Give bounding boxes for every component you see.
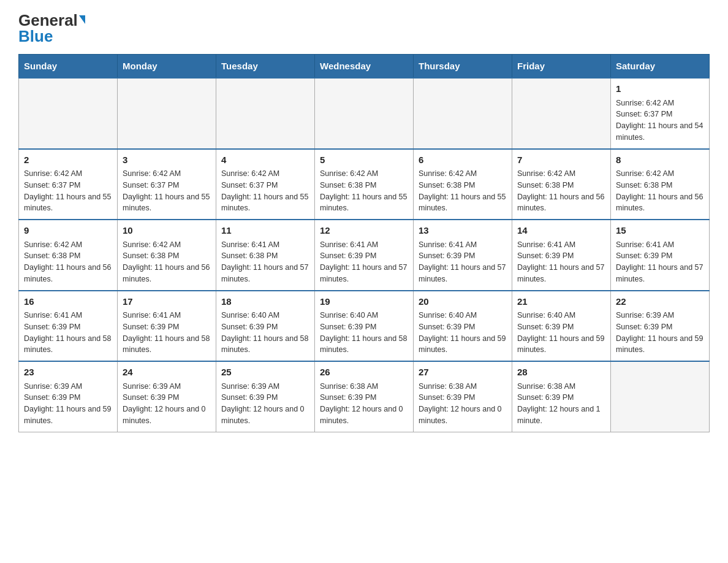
calendar-cell — [611, 361, 710, 432]
calendar-cell: 7Sunrise: 6:42 AMSunset: 6:38 PMDaylight… — [512, 149, 611, 220]
day-info: Sunset: 6:38 PM — [320, 180, 408, 191]
calendar-cell: 6Sunrise: 6:42 AMSunset: 6:38 PMDaylight… — [414, 149, 512, 220]
calendar-cell: 21Sunrise: 6:40 AMSunset: 6:39 PMDayligh… — [512, 291, 611, 362]
day-number: 7 — [517, 153, 605, 167]
day-info: Sunrise: 6:42 AM — [123, 239, 211, 251]
calendar-cell: 27Sunrise: 6:38 AMSunset: 6:39 PMDayligh… — [414, 361, 512, 432]
day-info: Sunrise: 6:42 AM — [320, 168, 408, 180]
day-info: Daylight: 11 hours and 58 minutes. — [24, 333, 112, 356]
day-number: 23 — [24, 366, 112, 380]
day-info: Daylight: 12 hours and 0 minutes. — [419, 404, 507, 427]
day-header-monday: Monday — [118, 55, 216, 79]
calendar-cell — [19, 78, 118, 149]
calendar-week-4: 16Sunrise: 6:41 AMSunset: 6:39 PMDayligh… — [19, 291, 710, 362]
day-number: 5 — [320, 153, 408, 167]
calendar-cell: 19Sunrise: 6:40 AMSunset: 6:39 PMDayligh… — [315, 291, 414, 362]
day-info: Daylight: 11 hours and 59 minutes. — [616, 333, 704, 356]
day-number: 13 — [419, 224, 507, 238]
day-number: 9 — [24, 224, 112, 238]
day-info: Daylight: 11 hours and 54 minutes. — [616, 120, 704, 144]
day-info: Sunrise: 6:39 AM — [123, 381, 211, 393]
calendar-cell — [315, 78, 414, 149]
calendar-header-row: SundayMondayTuesdayWednesdayThursdayFrid… — [19, 55, 710, 79]
calendar-table: SundayMondayTuesdayWednesdayThursdayFrid… — [18, 54, 710, 432]
day-info: Daylight: 11 hours and 59 minutes. — [419, 333, 507, 356]
day-info: Sunset: 6:38 PM — [616, 180, 704, 191]
calendar-cell: 15Sunrise: 6:41 AMSunset: 6:39 PMDayligh… — [611, 220, 710, 291]
calendar-cell: 5Sunrise: 6:42 AMSunset: 6:38 PMDaylight… — [315, 149, 414, 220]
day-number: 28 — [517, 366, 605, 380]
day-info: Daylight: 11 hours and 56 minutes. — [517, 191, 605, 215]
day-info: Sunset: 6:39 PM — [320, 321, 408, 333]
day-number: 4 — [221, 153, 309, 167]
day-info: Daylight: 11 hours and 56 minutes. — [24, 262, 112, 285]
day-header-friday: Friday — [512, 55, 611, 79]
day-info: Sunrise: 6:39 AM — [24, 381, 112, 393]
day-info: Daylight: 11 hours and 55 minutes. — [419, 191, 507, 215]
day-info: Sunset: 6:38 PM — [24, 250, 112, 262]
day-info: Sunset: 6:39 PM — [419, 321, 507, 333]
day-info: Sunrise: 6:38 AM — [517, 381, 605, 393]
day-info: Sunset: 6:38 PM — [123, 250, 211, 262]
day-info: Sunset: 6:39 PM — [221, 392, 309, 404]
calendar-cell: 8Sunrise: 6:42 AMSunset: 6:38 PMDaylight… — [611, 149, 710, 220]
calendar-cell: 26Sunrise: 6:38 AMSunset: 6:39 PMDayligh… — [315, 361, 414, 432]
day-info: Sunset: 6:38 PM — [419, 180, 507, 191]
calendar-week-2: 2Sunrise: 6:42 AMSunset: 6:37 PMDaylight… — [19, 149, 710, 220]
day-info: Daylight: 11 hours and 55 minutes. — [123, 191, 211, 215]
day-info: Daylight: 11 hours and 59 minutes. — [24, 404, 112, 427]
day-number: 16 — [24, 295, 112, 309]
day-info: Daylight: 11 hours and 58 minutes. — [320, 333, 408, 356]
calendar-cell: 24Sunrise: 6:39 AMSunset: 6:39 PMDayligh… — [118, 361, 216, 432]
day-number: 25 — [221, 366, 309, 380]
calendar-cell: 9Sunrise: 6:42 AMSunset: 6:38 PMDaylight… — [19, 220, 118, 291]
day-info: Daylight: 11 hours and 56 minutes. — [616, 191, 704, 215]
day-info: Daylight: 11 hours and 55 minutes. — [24, 191, 112, 215]
day-info: Daylight: 11 hours and 59 minutes. — [517, 333, 605, 356]
day-info: Sunrise: 6:40 AM — [320, 310, 408, 321]
day-info: Sunrise: 6:41 AM — [123, 310, 211, 321]
day-info: Sunrise: 6:41 AM — [221, 239, 309, 251]
day-number: 3 — [123, 153, 211, 167]
logo-bottom: Blue — [18, 28, 53, 44]
day-info: Daylight: 12 hours and 0 minutes. — [320, 404, 408, 427]
day-number: 8 — [616, 153, 704, 167]
calendar-cell: 16Sunrise: 6:41 AMSunset: 6:39 PMDayligh… — [19, 291, 118, 362]
day-number: 12 — [320, 224, 408, 238]
calendar-cell: 4Sunrise: 6:42 AMSunset: 6:37 PMDaylight… — [216, 149, 315, 220]
day-info: Sunset: 6:37 PM — [221, 180, 309, 191]
day-info: Daylight: 12 hours and 0 minutes. — [221, 404, 309, 427]
day-info: Sunset: 6:39 PM — [320, 250, 408, 262]
day-number: 24 — [123, 366, 211, 380]
day-info: Daylight: 11 hours and 57 minutes. — [517, 262, 605, 285]
day-info: Sunrise: 6:42 AM — [616, 168, 704, 180]
day-info: Sunrise: 6:41 AM — [320, 239, 408, 251]
day-info: Sunrise: 6:42 AM — [517, 168, 605, 180]
day-number: 11 — [221, 224, 309, 238]
day-info: Sunrise: 6:42 AM — [123, 168, 211, 180]
day-info: Daylight: 11 hours and 58 minutes. — [123, 333, 211, 356]
day-header-saturday: Saturday — [611, 55, 710, 79]
calendar-cell — [216, 78, 315, 149]
day-info: Sunrise: 6:38 AM — [320, 381, 408, 393]
calendar-cell: 11Sunrise: 6:41 AMSunset: 6:38 PMDayligh… — [216, 220, 315, 291]
calendar-cell: 3Sunrise: 6:42 AMSunset: 6:37 PMDaylight… — [118, 149, 216, 220]
day-info: Daylight: 11 hours and 55 minutes. — [221, 191, 309, 215]
day-info: Sunset: 6:39 PM — [419, 392, 507, 404]
day-number: 21 — [517, 295, 605, 309]
day-info: Daylight: 11 hours and 56 minutes. — [123, 262, 211, 285]
day-header-tuesday: Tuesday — [216, 55, 315, 79]
day-info: Sunset: 6:39 PM — [616, 250, 704, 262]
calendar-cell: 22Sunrise: 6:39 AMSunset: 6:39 PMDayligh… — [611, 291, 710, 362]
day-info: Sunset: 6:38 PM — [517, 180, 605, 191]
day-info: Sunrise: 6:41 AM — [616, 239, 704, 251]
calendar-week-5: 23Sunrise: 6:39 AMSunset: 6:39 PMDayligh… — [19, 361, 710, 432]
day-info: Sunrise: 6:39 AM — [221, 381, 309, 393]
calendar-cell: 17Sunrise: 6:41 AMSunset: 6:39 PMDayligh… — [118, 291, 216, 362]
calendar-cell — [414, 78, 512, 149]
day-number: 26 — [320, 366, 408, 380]
calendar-cell: 14Sunrise: 6:41 AMSunset: 6:39 PMDayligh… — [512, 220, 611, 291]
day-info: Sunset: 6:39 PM — [616, 321, 704, 333]
day-info: Sunset: 6:39 PM — [123, 321, 211, 333]
day-header-thursday: Thursday — [414, 55, 512, 79]
